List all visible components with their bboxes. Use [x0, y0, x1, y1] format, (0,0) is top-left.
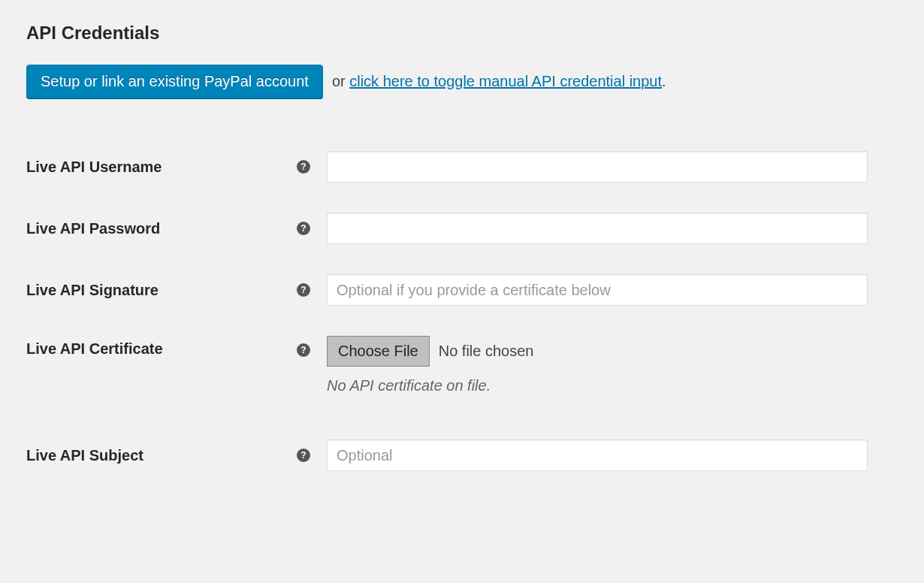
credentials-form: Live API Username ? Live API Password ? …	[26, 136, 898, 486]
help-icon[interactable]: ?	[297, 160, 310, 174]
row-subject: Live API Subject ?	[26, 424, 898, 486]
help-icon[interactable]: ?	[297, 283, 310, 297]
signature-input[interactable]	[327, 274, 868, 306]
username-input[interactable]	[327, 151, 868, 183]
setup-paypal-button[interactable]: Setup or link an existing PayPal account	[26, 65, 323, 98]
password-input[interactable]	[327, 213, 868, 244]
row-password: Live API Password ?	[26, 198, 898, 259]
help-icon[interactable]: ?	[297, 222, 310, 235]
help-icon[interactable]: ?	[297, 449, 310, 462]
setup-or-text: or click here to toggle manual API crede…	[332, 73, 666, 90]
toggle-manual-link[interactable]: click here to toggle manual API credenti…	[349, 73, 662, 89]
setup-period: .	[662, 73, 666, 89]
file-picker-row: Choose File No file chosen	[327, 336, 898, 367]
help-icon[interactable]: ?	[297, 343, 310, 357]
label-password: Live API Password	[26, 198, 289, 259]
row-username: Live API Username ?	[26, 136, 898, 198]
choose-file-button[interactable]: Choose File	[327, 336, 430, 367]
row-certificate: Live API Certificate ? Choose File No fi…	[26, 321, 898, 424]
label-signature: Live API Signature	[26, 259, 289, 321]
row-signature: Live API Signature ?	[26, 259, 898, 321]
no-file-chosen-text: No file chosen	[439, 343, 534, 360]
label-subject: Live API Subject	[26, 424, 289, 486]
label-username: Live API Username	[26, 136, 289, 198]
subject-input[interactable]	[327, 440, 868, 471]
label-certificate: Live API Certificate	[26, 321, 289, 424]
setup-row: Setup or link an existing PayPal account…	[26, 65, 898, 98]
section-title: API Credentials	[26, 23, 898, 44]
certificate-note: No API certificate on file.	[327, 377, 898, 394]
